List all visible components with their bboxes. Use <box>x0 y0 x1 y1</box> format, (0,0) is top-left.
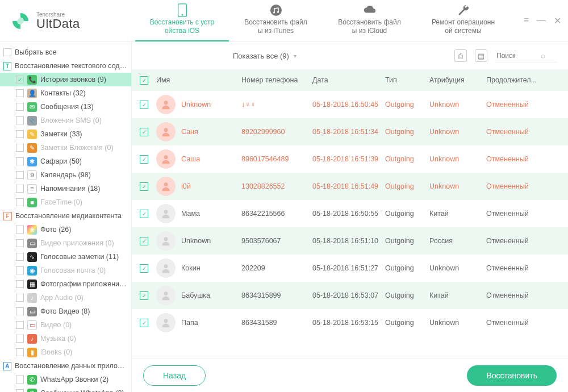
row-checkbox[interactable] <box>140 291 148 300</box>
table-row[interactable]: Папа 863431589 05-18-2018 16:53:15 Outgo… <box>132 309 568 336</box>
sidebar-item[interactable]: ♪ Музыка (0) <box>0 332 131 345</box>
sidebar-item[interactable]: ∿ Голосовые заметки (11) <box>0 250 131 264</box>
row-checkbox[interactable] <box>140 210 148 218</box>
row-checkbox[interactable] <box>140 237 148 245</box>
table-row[interactable]: i0й 13028826552 05-18-2018 16:51:49 Outg… <box>132 173 568 200</box>
recover-button[interactable]: Восстановить <box>467 365 557 386</box>
sidebar-item[interactable]: 👤 Контакты (32) <box>0 86 131 100</box>
tab-recover-icloud[interactable]: Восстановить файл ы из iCloud <box>323 0 416 41</box>
tab-repair-os[interactable]: Ремонт операционн ой системы <box>416 0 510 41</box>
checkbox[interactable] <box>16 144 24 152</box>
search-input[interactable] <box>496 52 536 60</box>
sidebar-item-label: Видео приложения (0) <box>40 239 114 247</box>
row-checkbox[interactable] <box>140 182 148 191</box>
section-text[interactable]: TВосстановление текстового содержи <box>0 59 131 73</box>
sidebar-item[interactable]: ✆ Сообщения WhatsApp (3) <box>0 386 131 392</box>
tab-recover-ios[interactable]: Восстановить с устр ойства iOS <box>135 0 229 41</box>
settings-list-icon[interactable]: ▤ <box>475 49 487 62</box>
row-date: 05-18-2018 16:53:15 <box>312 319 385 327</box>
select-all-checkbox[interactable] <box>140 76 148 85</box>
sidebar-item[interactable]: ■ FaceTime (0) <box>0 195 131 209</box>
table-body: Unknown ↓♀♀ 05-18-2018 16:50:45 Outgoing… <box>132 91 568 358</box>
sidebar-item[interactable]: ▦ Фотографии приложений (24 <box>0 277 131 291</box>
sidebar-item[interactable]: ≡ Напоминания (18) <box>0 182 131 195</box>
row-checkbox[interactable] <box>140 319 148 327</box>
col-date[interactable]: Дата <box>312 76 385 84</box>
col-type[interactable]: Тип <box>385 76 429 84</box>
checkbox[interactable] <box>16 376 24 383</box>
filter-dropdown[interactable]: Показать все (9) ▾ <box>233 52 296 60</box>
checkbox[interactable] <box>16 103 24 111</box>
checkbox[interactable] <box>3 48 11 56</box>
checkbox[interactable] <box>16 335 24 343</box>
sidebar-item[interactable]: ▭ Видео (0) <box>0 318 131 332</box>
print-icon[interactable]: ⎙ <box>454 49 467 62</box>
checkbox[interactable] <box>16 157 24 165</box>
sidebar-item[interactable]: ▭ Видео приложения (0) <box>0 236 131 250</box>
checkbox[interactable] <box>16 321 24 329</box>
sidebar-item[interactable]: ✱ Сафари (50) <box>0 155 131 168</box>
menu-icon[interactable]: ≡ <box>524 15 529 26</box>
sidebar-item[interactable]: ❀ Фото (26) <box>0 223 131 236</box>
search-box[interactable]: ⌕ <box>495 49 558 62</box>
row-status: Отмененный <box>486 210 560 218</box>
row-checkbox[interactable] <box>140 128 148 136</box>
back-button[interactable]: Назад <box>143 365 206 386</box>
col-name[interactable]: Имя <box>156 76 241 84</box>
checkbox[interactable] <box>16 348 24 356</box>
content: Показать все (9) ▾ ⎙ ▤ ⌕ Имя Номер телеф… <box>132 42 568 392</box>
minimize-icon[interactable]: — <box>537 15 546 26</box>
checkbox[interactable] <box>16 307 24 315</box>
sidebar-item[interactable]: ✎ Заметки Вложения (0) <box>0 141 131 155</box>
sidebar-item[interactable]: 📞 История звонков (9) <box>0 73 131 86</box>
col-status[interactable]: Продолжител... <box>486 76 560 84</box>
row-checkbox[interactable] <box>140 155 148 164</box>
row-phone: 896017546489 <box>241 155 312 163</box>
checkbox[interactable] <box>16 253 24 261</box>
tab-recover-itunes[interactable]: Восстановить файл ы из iTunes <box>229 0 323 41</box>
checkbox[interactable] <box>16 171 24 179</box>
col-attr[interactable]: Атрибуция <box>429 76 486 84</box>
sidebar-item[interactable]: ♪ App Audio (0) <box>0 291 131 305</box>
close-icon[interactable]: ✕ <box>554 15 561 26</box>
checkbox[interactable] <box>16 294 24 302</box>
checkbox[interactable] <box>16 239 24 247</box>
row-date: 05-18-2018 16:51:10 <box>312 237 385 245</box>
checkbox[interactable] <box>16 266 24 274</box>
sidebar-item[interactable]: ▮ iBooks (0) <box>0 345 131 359</box>
row-checkbox[interactable] <box>140 264 148 273</box>
checkbox[interactable] <box>16 130 24 138</box>
sidebar-item[interactable]: ✎ Заметки (33) <box>0 127 131 141</box>
section-media[interactable]: FВосстановление медиаконтента <box>0 209 131 223</box>
section-apps[interactable]: AВосстановление данных приложений <box>0 359 131 373</box>
table-row[interactable]: Саня 89202999960 05-18-2018 16:51:34 Out… <box>132 118 568 145</box>
table-row[interactable]: Мама 86342215566 05-18-2018 16:50:55 Out… <box>132 200 568 227</box>
checkbox[interactable] <box>16 116 24 124</box>
table-row[interactable]: Кокин 202209 05-18-2018 16:51:27 Outgoin… <box>132 255 568 282</box>
category-icon: 👤 <box>27 89 37 98</box>
checkbox[interactable] <box>16 89 24 97</box>
checkbox[interactable] <box>16 185 24 193</box>
table-row[interactable]: Unknown 9503576067 05-18-2018 16:51:10 O… <box>132 227 568 255</box>
row-type: Outgoing <box>385 237 429 245</box>
sidebar-item[interactable]: 9 Календарь (98) <box>0 168 131 182</box>
table-row[interactable]: Саша 896017546489 05-18-2018 16:51:39 Ou… <box>132 145 568 173</box>
checkbox[interactable] <box>16 389 24 392</box>
select-all-row[interactable]: Выбрать все <box>0 45 131 59</box>
row-attr: Unknown <box>429 264 486 272</box>
checkbox[interactable] <box>16 280 24 288</box>
sidebar-item[interactable]: ◉ Голосовая почта (0) <box>0 264 131 277</box>
table-row[interactable]: Unknown ↓♀♀ 05-18-2018 16:50:45 Outgoing… <box>132 91 568 118</box>
checkbox[interactable] <box>16 226 24 233</box>
search-icon: ⌕ <box>541 51 545 60</box>
col-phone[interactable]: Номер телефона <box>241 76 312 84</box>
sidebar-item-label: Музыка (0) <box>40 335 76 343</box>
sidebar-item[interactable]: ▭ Фото Видео (8) <box>0 305 131 318</box>
sidebar-item[interactable]: 📎 Вложения SMS (0) <box>0 114 131 127</box>
sidebar-item[interactable]: ✉ Сообщения (13) <box>0 100 131 114</box>
table-row[interactable]: Бабушка 8634315899 05-18-2018 16:53:07 O… <box>132 282 568 309</box>
checkbox[interactable] <box>16 198 24 206</box>
sidebar-item[interactable]: ✆ WhatsApp Звонки (2) <box>0 373 131 386</box>
row-checkbox[interactable] <box>140 101 148 109</box>
checkbox[interactable] <box>16 76 24 84</box>
